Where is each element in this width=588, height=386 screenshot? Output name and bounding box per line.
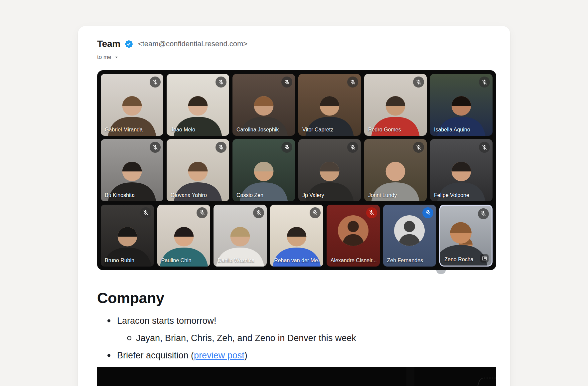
preview-post-link[interactable]: preview post (194, 350, 244, 360)
hollow-bullet-icon (127, 336, 131, 340)
participant-tile: Gabriel Miranda (101, 74, 163, 136)
faint-chart-line (97, 367, 496, 386)
page-background: Team <team@confidential.resend.com> to m… (0, 0, 588, 386)
participant-name: Pedro Gomes (368, 127, 401, 133)
list-item-text: Briefer acquisition (preview post) (117, 350, 247, 361)
section-heading-company: Company (97, 290, 164, 307)
meet-control-notch (436, 270, 446, 274)
participant-name: Vitor Capretz (302, 127, 333, 133)
participant-name: Danilo Woznica (218, 258, 254, 264)
recipient-label: to me (97, 54, 111, 61)
person-silhouette (394, 215, 425, 246)
participant-tile: Giovana Yahiro (167, 139, 229, 201)
participant-name: Alexandre Cisneir... (331, 258, 376, 264)
participant-tile: Jp Valery (298, 139, 361, 201)
mic-off-icon (347, 142, 358, 153)
recipient-row[interactable]: to me (97, 53, 119, 61)
mic-off-icon (281, 142, 292, 153)
mic-off-icon (479, 142, 490, 153)
participant-name: Joao Melo (171, 127, 195, 133)
list-item: Jayan, Brian, Chris, Zeh, and Zeno in De… (97, 329, 483, 347)
email-card: Team <team@confidential.resend.com> to m… (78, 26, 510, 386)
mic-off-icon (150, 142, 161, 153)
participant-tile: Carolina Josephik (232, 74, 295, 136)
participant-name: Jp Valery (302, 192, 324, 198)
participant-row: Bruno RubinPauline ChinDanilo WoznicaReh… (101, 205, 493, 267)
participant-tile: Zeno Rocha (439, 205, 493, 267)
participant-tile: Pedro Gomes (364, 74, 427, 136)
mic-off-icon (216, 142, 226, 153)
participant-name: Felipe Volpone (434, 192, 469, 198)
participant-name: Isabella Aquino (434, 127, 470, 133)
participant-name: Bu Kinoshita (105, 192, 135, 198)
verified-badge-icon (124, 40, 133, 49)
participant-tile: Bruno Rubin (101, 205, 154, 267)
video-thumbnail[interactable] (97, 367, 496, 386)
mic-off-icon (253, 207, 264, 218)
email-header: Team <team@confidential.resend.com> (97, 38, 247, 50)
mic-off-icon (197, 207, 208, 218)
participant-name: Rehan van der Me... (274, 258, 320, 264)
list-item: Briefer acquisition (preview post) (97, 347, 483, 364)
participant-name: Cassio Zen (236, 192, 263, 198)
sender-name: Team (97, 39, 120, 49)
participant-name: Pauline Chin (161, 258, 192, 264)
mic-off-icon (140, 207, 151, 218)
list-item-text: Laracon starts tomorrow! (117, 316, 217, 326)
mic-off-icon (150, 77, 161, 88)
list-item: Laracon starts tomorrow! (97, 312, 483, 329)
chevron-down-icon[interactable] (113, 54, 119, 60)
participant-name: Giovana Yahiro (171, 192, 207, 198)
list-item-text-segment: Laracon starts tomorrow! (117, 316, 217, 326)
mic-off-icon (310, 207, 321, 218)
participant-name: Zeh Fernandes (387, 258, 423, 264)
list-item-text-segment: Jayan, Brian, Chris, Zeh, and Zeno in De… (136, 333, 356, 343)
bullet-icon (107, 354, 110, 357)
participant-name: Bruno Rubin (105, 258, 134, 264)
list-item-text: Jayan, Brian, Chris, Zeh, and Zeno in De… (136, 333, 356, 343)
person-silhouette (338, 215, 368, 246)
mic-off-icon (478, 208, 489, 219)
participant-avatar (394, 215, 425, 246)
mic-off-icon (422, 207, 433, 218)
mic-off-icon (347, 77, 358, 88)
list-item-text-segment: Briefer acquisition ( (117, 350, 194, 360)
meeting-screenshot[interactable]: Gabriel MirandaJoao MeloCarolina Josephi… (97, 70, 496, 270)
participant-tile: Felipe Volpone (430, 139, 493, 201)
participant-name: Zeno Rocha (444, 257, 473, 263)
participant-tile: Joao Melo (167, 74, 229, 136)
participant-tile: Bu Kinoshita (101, 139, 163, 201)
mic-off-icon (413, 142, 424, 153)
company-list: Laracon starts tomorrow!Jayan, Brian, Ch… (97, 312, 483, 364)
list-item-text-segment: ) (244, 350, 247, 360)
participant-name: Jonni Lundy (368, 192, 397, 198)
participant-tile: Zeh Fernandes (383, 205, 436, 267)
mic-off-icon (216, 77, 226, 88)
bullet-icon (107, 319, 110, 322)
participant-tile: Pauline Chin (157, 205, 211, 267)
mic-off-icon (413, 77, 424, 88)
participant-avatar (338, 215, 368, 246)
participant-tile: Cassio Zen (232, 139, 295, 201)
participant-tile: Jonni Lundy (364, 139, 427, 201)
picture-in-picture-icon (480, 254, 489, 263)
sender-email: <team@confidential.resend.com> (138, 40, 247, 48)
mic-off-icon (479, 77, 490, 88)
participant-row: Bu KinoshitaGiovana YahiroCassio ZenJp V… (101, 139, 493, 201)
mic-off-icon (281, 77, 292, 88)
participant-tile: Rehan van der Me... (270, 205, 323, 267)
participant-name: Carolina Josephik (236, 127, 279, 133)
participant-name: Gabriel Miranda (105, 127, 143, 133)
mic-off-icon (366, 207, 377, 218)
participant-tile: Vitor Capretz (298, 74, 361, 136)
participant-row: Gabriel MirandaJoao MeloCarolina Josephi… (101, 74, 493, 136)
participant-tile: Danilo Woznica (214, 205, 267, 267)
participant-tile: Isabella Aquino (430, 74, 493, 136)
participant-tile: Alexandre Cisneir... (327, 205, 380, 267)
